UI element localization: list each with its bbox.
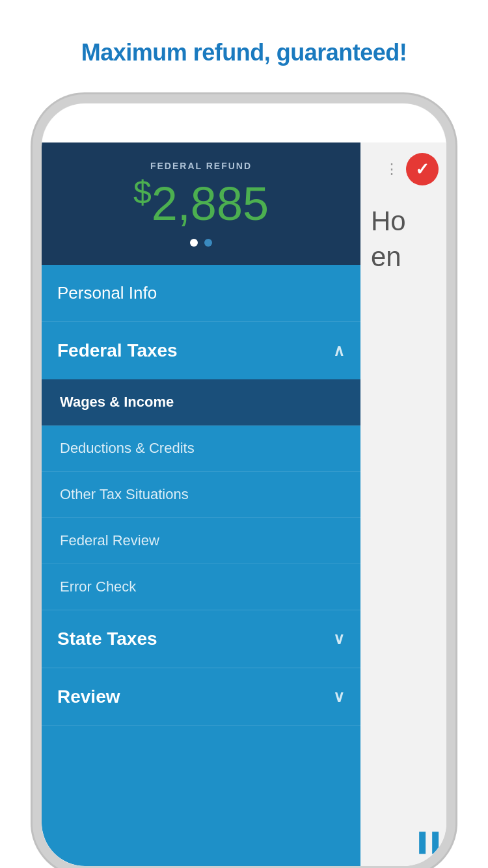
refund-amount: $2,885 [55,176,347,227]
chevron-down-icon-review: ∨ [333,688,345,706]
dot-1 [190,239,198,247]
nav-item-personal-info[interactable]: Personal Info [42,265,360,322]
side-button-volume-up [33,279,35,331]
dot-2 [204,239,212,247]
refund-header: FEDERAL REFUND $2,885 [42,142,360,265]
checkmark-icon: ✓ [415,159,429,180]
refund-label: FEDERAL REFUND [55,161,347,171]
dollar-sign: $ [133,174,152,211]
dots-menu-icon[interactable]: ⋮ [385,161,400,178]
side-button-power [453,286,455,364]
page-header: Maximum refund, guaranteed! [0,0,488,86]
vertical-bars-icon: ▐▐ [413,832,439,853]
right-panel-toolbar: ⋮ ✓ [360,142,446,196]
tagline: Maximum refund, guaranteed! [81,39,407,66]
nav-item-state-taxes[interactable]: State Taxes ∨ [42,610,360,668]
personal-info-label[interactable]: Personal Info [42,265,360,321]
federal-taxes-header[interactable]: Federal Taxes ∧ [42,322,360,379]
sub-item-deductions-credits[interactable]: Deductions & Credits [42,426,360,472]
right-panel-text: Ho en [360,196,446,282]
phone-frame: FEDERAL REFUND $2,885 Personal Info [33,94,455,868]
side-button-volume-down [33,344,35,396]
nav-item-federal-taxes[interactable]: Federal Taxes ∧ Wages & Income Deduction… [42,322,360,610]
left-panel: FEDERAL REFUND $2,885 Personal Info [42,142,360,866]
state-taxes-header[interactable]: State Taxes ∨ [42,610,360,668]
review-header[interactable]: Review ∨ [42,668,360,726]
pagination-dots [55,239,347,247]
app-content: FEDERAL REFUND $2,885 Personal Info [42,142,446,866]
sub-item-other-tax-situations[interactable]: Other Tax Situations [42,472,360,518]
chevron-down-icon: ∨ [333,630,345,648]
phone-screen: FEDERAL REFUND $2,885 Personal Info [42,103,446,866]
check-badge: ✓ [406,153,439,185]
bottom-bar-right: ▐▐ [360,819,446,866]
nav-menu: Personal Info Federal Taxes ∧ Wages & In… [42,265,360,866]
side-button-mute [33,234,35,266]
chevron-up-icon: ∧ [333,342,345,360]
refund-value: 2,885 [152,178,269,230]
partial-text: Ho en [371,204,436,275]
sub-item-error-check[interactable]: Error Check [42,564,360,610]
nav-item-review[interactable]: Review ∨ [42,668,360,726]
sub-item-federal-review[interactable]: Federal Review [42,518,360,564]
right-panel: ⋮ ✓ Ho en ▐▐ [360,142,446,866]
sub-item-wages-income[interactable]: Wages & Income [42,379,360,426]
